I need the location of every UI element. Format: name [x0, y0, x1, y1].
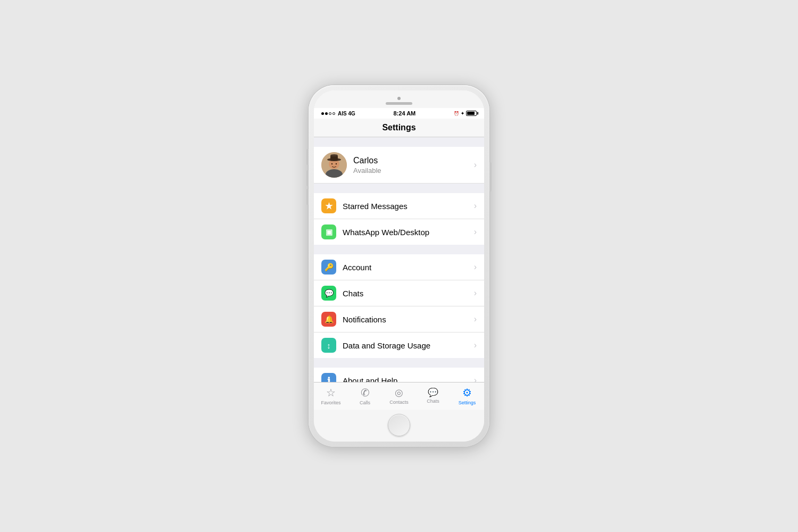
whatsapp-web-label: WhatsApp Web/Desktop	[343, 228, 474, 237]
notifications-label: Notifications	[343, 315, 474, 324]
speaker-bar	[386, 102, 412, 105]
spacer-2	[314, 184, 484, 193]
about-help-icon: ℹ	[321, 373, 336, 382]
svg-point-6	[331, 163, 332, 164]
chats-tab-icon: 💬	[428, 387, 438, 397]
settings-tab-icon: ⚙	[462, 386, 472, 399]
chats-icon: 💬	[321, 286, 336, 301]
alarm-icon: ⏰	[454, 111, 459, 116]
chats-tab-label: Chats	[427, 398, 439, 404]
profile-info: Carlos Available	[353, 156, 474, 174]
starred-messages-item[interactable]: ★ Starred Messages ›	[314, 193, 484, 219]
page-title: Settings	[382, 123, 415, 132]
settings-menu-section: 🔑 Account › 💬 Chats › 🔔 Notifications › …	[314, 254, 484, 358]
status-right: ⏰ ✦	[454, 111, 477, 116]
favorites-label: Favorites	[321, 400, 340, 405]
phone-device: AIS 4G 8:24 AM ⏰ ✦ Settings	[309, 85, 489, 447]
about-help-chevron: ›	[474, 376, 477, 382]
phone-top-hardware	[314, 90, 484, 108]
account-chevron: ›	[474, 262, 477, 272]
account-icon: 🔑	[321, 260, 336, 275]
spacer-4	[314, 358, 484, 368]
whatsapp-web-item[interactable]: ▣ WhatsApp Web/Desktop ›	[314, 219, 484, 245]
data-storage-icon: ↕	[321, 338, 336, 353]
bluetooth-icon: ✦	[461, 111, 464, 116]
avatar	[321, 152, 347, 178]
chats-label: Chats	[343, 289, 474, 298]
profile-row[interactable]: Carlos Available ›	[314, 147, 484, 184]
signal-dot-4	[332, 112, 335, 115]
home-button[interactable]	[388, 414, 410, 436]
account-label: Account	[343, 263, 474, 272]
signal-dot-3	[329, 112, 331, 115]
notifications-icon: 🔔	[321, 312, 336, 327]
screen-content: Carlos Available › ★ Starred Messages › …	[314, 137, 484, 382]
data-storage-label: Data and Storage Usage	[343, 341, 474, 350]
contacts-label: Contacts	[389, 400, 409, 405]
spacer-1	[314, 137, 484, 147]
signal-dot-1	[321, 112, 324, 115]
tab-calls[interactable]: ✆ Calls	[348, 386, 382, 405]
help-menu-section: ℹ About and Help › ♥ Tell a Friend ›	[314, 368, 484, 382]
status-bar: AIS 4G 8:24 AM ⏰ ✦	[314, 108, 484, 119]
tab-settings[interactable]: ⚙ Settings	[450, 386, 484, 405]
about-help-label: About and Help	[343, 376, 474, 383]
whatsapp-web-chevron: ›	[474, 227, 477, 237]
settings-tab-label: Settings	[459, 400, 476, 405]
quick-menu-section: ★ Starred Messages › ▣ WhatsApp Web/Desk…	[314, 193, 484, 245]
profile-chevron: ›	[474, 160, 477, 170]
data-storage-chevron: ›	[474, 340, 477, 350]
carrier-text: AIS 4G	[338, 111, 355, 117]
svg-point-5	[330, 154, 338, 156]
tab-chats[interactable]: 💬 Chats	[416, 387, 450, 404]
svg-point-7	[336, 163, 337, 164]
data-storage-item[interactable]: ↕ Data and Storage Usage ›	[314, 332, 484, 358]
navigation-bar: Settings	[314, 119, 484, 137]
tab-favorites[interactable]: ☆ Favorites	[314, 386, 348, 405]
starred-messages-label: Starred Messages	[343, 202, 474, 211]
starred-messages-icon: ★	[321, 198, 336, 213]
account-item[interactable]: 🔑 Account ›	[314, 254, 484, 280]
about-help-item[interactable]: ℹ About and Help ›	[314, 368, 484, 382]
tab-bar: ☆ Favorites ✆ Calls ◎ Contacts 💬 Chats ⚙…	[314, 382, 484, 410]
whatsapp-web-icon: ▣	[321, 225, 336, 239]
chats-chevron: ›	[474, 288, 477, 298]
status-left: AIS 4G	[321, 111, 355, 117]
profile-name: Carlos	[353, 156, 474, 165]
calls-icon: ✆	[361, 386, 370, 399]
profile-status: Available	[353, 167, 474, 174]
home-button-area	[314, 410, 484, 442]
battery-fill	[467, 112, 475, 115]
favorites-icon: ☆	[326, 386, 336, 399]
chats-item[interactable]: 💬 Chats ›	[314, 280, 484, 306]
contacts-icon: ◎	[395, 387, 403, 398]
tab-contacts[interactable]: ◎ Contacts	[382, 387, 416, 405]
starred-messages-chevron: ›	[474, 201, 477, 211]
signal-strength	[321, 112, 335, 115]
signal-dot-2	[325, 112, 328, 115]
notifications-item[interactable]: 🔔 Notifications ›	[314, 306, 484, 332]
front-camera	[397, 97, 401, 100]
status-time: 8:24 AM	[394, 110, 416, 117]
battery-icon	[466, 111, 477, 116]
spacer-3	[314, 245, 484, 254]
notifications-chevron: ›	[474, 314, 477, 324]
calls-label: Calls	[360, 400, 370, 405]
phone-screen: AIS 4G 8:24 AM ⏰ ✦ Settings	[314, 90, 484, 442]
